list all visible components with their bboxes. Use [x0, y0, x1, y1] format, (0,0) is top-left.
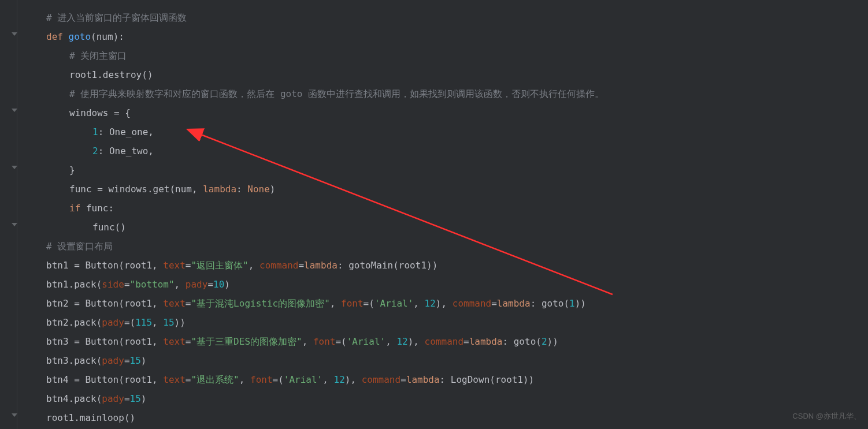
- code-line: if func:: [23, 199, 868, 218]
- code-line: btn2.pack(pady=(115, 15)): [23, 314, 868, 333]
- code-line: # 使用字典来映射数字和对应的窗口函数，然后在 goto 函数中进行查找和调用，…: [23, 85, 868, 104]
- code-line: windows = {: [23, 104, 868, 123]
- code-line: }: [23, 161, 868, 180]
- code-line: def goto(num):: [23, 28, 868, 47]
- code-line: btn2 = Button(root1, text="基于混沌Logistic的…: [23, 294, 868, 314]
- gutter: [0, 0, 17, 429]
- code-line: root1.mainloop(): [23, 409, 868, 428]
- fold-icon[interactable]: [10, 106, 18, 114]
- fold-icon[interactable]: [10, 411, 18, 419]
- code-line: btn3.pack(pady=15): [23, 352, 868, 371]
- code-line: # 关闭主窗口: [23, 47, 868, 66]
- watermark: CSDN @亦世凡华、: [792, 409, 861, 424]
- code-line: btn1.pack(side="bottom", pady=10): [23, 275, 868, 294]
- code-line: root1.destroy(): [23, 66, 868, 85]
- code-line: # 设置窗口布局: [23, 237, 868, 256]
- fold-icon[interactable]: [10, 163, 18, 171]
- code-line: btn4.pack(pady=15): [23, 390, 868, 409]
- code-line: btn4 = Button(root1, text="退出系统", font=(…: [23, 371, 868, 390]
- code-line: func(): [23, 218, 868, 237]
- code-line: func = windows.get(num, lambda: None): [23, 180, 868, 199]
- code-line: 1: One_one,: [23, 123, 868, 142]
- code-editor[interactable]: # 进入当前窗口的子窗体回调函数 def goto(num): # 关闭主窗口 …: [23, 0, 868, 428]
- fold-icon[interactable]: [10, 221, 18, 229]
- code-line: 2: One_two,: [23, 142, 868, 161]
- code-line: btn3 = Button(root1, text="基于三重DES的图像加密"…: [23, 333, 868, 352]
- code-line: # 进入当前窗口的子窗体回调函数: [23, 9, 868, 28]
- comment: # 进入当前窗口的子窗体回调函数: [46, 12, 187, 23]
- fold-icon[interactable]: [10, 30, 18, 38]
- code-line: btn1 = Button(root1, text="返回主窗体", comma…: [23, 256, 868, 275]
